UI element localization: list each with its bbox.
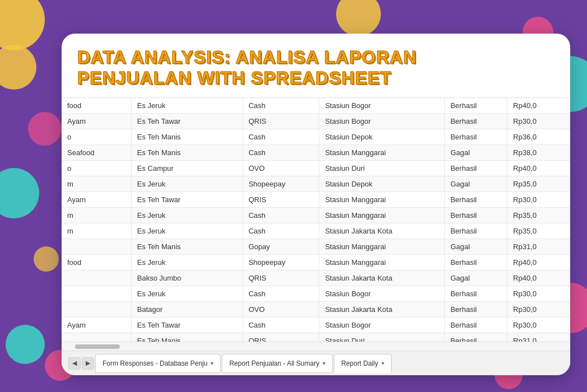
table-wrapper[interactable]: foodEs JerukCashStasiun BogorBerhasilRp4… [62, 97, 570, 342]
tab-prev-button[interactable]: ◀ [68, 357, 81, 370]
tab-bar: ◀ ▶ Form Responses - Database Penju ▾ Re… [62, 351, 570, 375]
table-row: mEs JerukShopeepayStasiun DepokGagalRp35… [62, 176, 570, 192]
table-row: AyamEs Teh TawarCashStasiun BogorBerhasi… [62, 317, 570, 333]
table-row: mEs JerukCashStasiun ManggaraiBerhasilRp… [62, 207, 570, 223]
spreadsheet-area: foodEs JerukCashStasiun BogorBerhasilRp4… [62, 97, 570, 375]
tab-next-button[interactable]: ▶ [82, 357, 94, 370]
table-row: foodEs JerukCashStasiun BogorBerhasilRp4… [62, 98, 570, 114]
data-table: foodEs JerukCashStasiun BogorBerhasilRp4… [62, 98, 570, 342]
table-row: Es Teh ManisQRISStasiun DuriBerhasilRp31… [62, 333, 570, 342]
table-row: oEs Teh ManisCashStasiun DepokBerhasilRp… [62, 129, 570, 144]
tab-form-responses[interactable]: Form Responses - Database Penju ▾ [95, 354, 221, 373]
table-row: foodEs JerukShopeepayStasiun ManggaraiBe… [62, 254, 570, 270]
page-title: Data Analysis: Analisa Laporan Penjualan… [62, 34, 570, 97]
table-row: Es JerukCashStasiun BogorBerhasilRp30,0 [62, 286, 570, 301]
tab-form-responses-label: Form Responses - Database Penju [103, 360, 207, 367]
tab-report-penjualan-dropdown-icon: ▾ [323, 360, 325, 366]
tab-report-daily-dropdown-icon: ▾ [381, 360, 384, 366]
table-row: Bakso JumboQRISStasiun Jakarta KotaGagal… [62, 270, 570, 286]
scrollbar-thumb[interactable] [75, 344, 120, 349]
table-row: AyamEs Teh TawarQRISStasiun ManggaraiBer… [62, 192, 570, 207]
tab-report-penjualan-label: Report Penjualan - All Sumary [229, 360, 319, 367]
deco-circle-6 [336, 0, 381, 36]
table-row: mEs JerukCashStasiun Jakarta KotaBerhasi… [62, 223, 570, 239]
tab-report-daily[interactable]: Report Daily ▾ [334, 354, 392, 373]
deco-circle-12 [28, 112, 62, 146]
deco-circle-2 [0, 45, 36, 90]
table-row: Es Teh ManisGopayStasiun ManggaraiGagalR… [62, 239, 570, 254]
deco-circle-3 [0, 168, 39, 218]
table-row: BatagorOVOStasiun Jakarta KotaBerhasilRp… [62, 301, 570, 317]
table-row: AyamEs Teh TawarQRISStasiun BogorBerhasi… [62, 113, 570, 129]
horizontal-scrollbar[interactable] [62, 342, 570, 351]
table-row: oEs CampurOVOStasiun DuriBerhasilRp40,0 [62, 160, 570, 176]
tab-navigation: ◀ ▶ [68, 357, 94, 370]
tab-report-daily-label: Report Daily [341, 360, 378, 367]
tab-report-penjualan[interactable]: Report Penjualan - All Sumary ▾ [222, 354, 333, 373]
deco-circle-13 [34, 246, 59, 272]
tab-form-responses-dropdown-icon: ▾ [211, 360, 213, 366]
deco-circle-4 [6, 325, 45, 364]
table-row: SeafoodEs Teh ManisCashStasiun Manggarai… [62, 144, 570, 160]
deco-circle-1 [0, 0, 45, 50]
main-card: Data Analysis: Analisa Laporan Penjualan… [62, 34, 570, 375]
